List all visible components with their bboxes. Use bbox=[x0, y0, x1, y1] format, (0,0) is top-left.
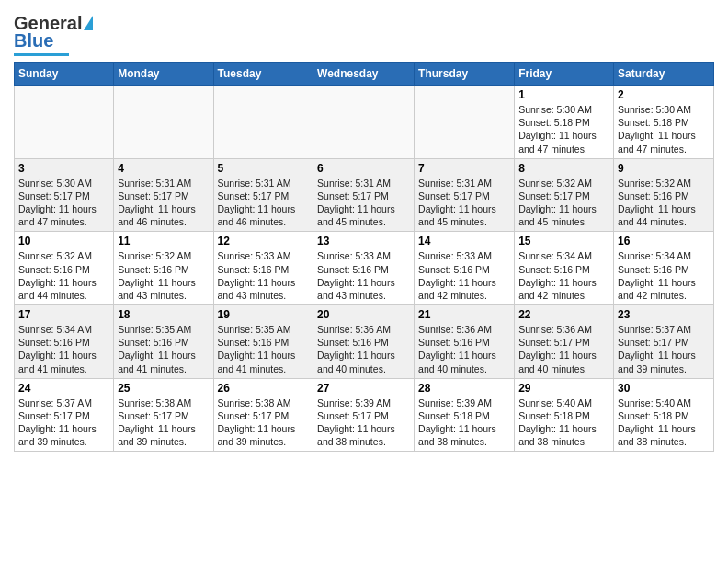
calendar-cell: 30Sunrise: 5:40 AM Sunset: 5:18 PM Dayli… bbox=[614, 378, 714, 452]
day-of-week-header: Sunday bbox=[15, 63, 114, 86]
day-info: Sunrise: 5:35 AM Sunset: 5:16 PM Dayligh… bbox=[118, 323, 209, 375]
day-of-week-header: Saturday bbox=[614, 63, 714, 86]
day-info: Sunrise: 5:40 AM Sunset: 5:18 PM Dayligh… bbox=[618, 396, 710, 449]
day-of-week-header: Friday bbox=[515, 63, 614, 86]
calendar-week-row: 17Sunrise: 5:34 AM Sunset: 5:16 PM Dayli… bbox=[15, 305, 714, 379]
logo-triangle-icon bbox=[84, 16, 93, 30]
calendar-body: 1Sunrise: 5:30 AM Sunset: 5:18 PM Daylig… bbox=[15, 86, 714, 452]
day-info: Sunrise: 5:36 AM Sunset: 5:17 PM Dayligh… bbox=[518, 323, 609, 375]
day-info: Sunrise: 5:34 AM Sunset: 5:16 PM Dayligh… bbox=[18, 323, 109, 375]
day-number: 13 bbox=[317, 235, 410, 247]
day-info: Sunrise: 5:33 AM Sunset: 5:16 PM Dayligh… bbox=[317, 249, 410, 302]
calendar-cell bbox=[415, 86, 515, 159]
day-number: 5 bbox=[218, 162, 310, 175]
calendar-cell: 1Sunrise: 5:30 AM Sunset: 5:18 PM Daylig… bbox=[515, 86, 614, 159]
calendar-cell: 26Sunrise: 5:38 AM Sunset: 5:17 PM Dayli… bbox=[213, 378, 313, 452]
day-number: 21 bbox=[418, 308, 510, 321]
calendar-cell: 28Sunrise: 5:39 AM Sunset: 5:18 PM Dayli… bbox=[415, 378, 515, 452]
calendar-cell: 19Sunrise: 5:35 AM Sunset: 5:16 PM Dayli… bbox=[213, 305, 313, 379]
calendar-week-row: 24Sunrise: 5:37 AM Sunset: 5:17 PM Dayli… bbox=[15, 378, 714, 452]
calendar-cell bbox=[15, 86, 114, 159]
calendar-cell: 17Sunrise: 5:34 AM Sunset: 5:16 PM Dayli… bbox=[15, 305, 114, 379]
calendar-cell: 4Sunrise: 5:31 AM Sunset: 5:17 PM Daylig… bbox=[114, 158, 213, 232]
calendar-cell: 14Sunrise: 5:33 AM Sunset: 5:16 PM Dayli… bbox=[415, 232, 515, 305]
day-number: 19 bbox=[218, 308, 310, 321]
calendar-cell: 6Sunrise: 5:31 AM Sunset: 5:17 PM Daylig… bbox=[313, 158, 415, 232]
calendar-cell: 3Sunrise: 5:30 AM Sunset: 5:17 PM Daylig… bbox=[15, 158, 114, 232]
day-number: 28 bbox=[418, 382, 510, 395]
day-number: 26 bbox=[218, 382, 310, 395]
calendar-cell: 24Sunrise: 5:37 AM Sunset: 5:17 PM Dayli… bbox=[15, 378, 114, 452]
calendar-cell: 18Sunrise: 5:35 AM Sunset: 5:16 PM Dayli… bbox=[114, 305, 213, 379]
day-number: 22 bbox=[518, 308, 609, 321]
calendar-cell: 9Sunrise: 5:32 AM Sunset: 5:16 PM Daylig… bbox=[614, 158, 714, 232]
calendar-cell: 2Sunrise: 5:30 AM Sunset: 5:18 PM Daylig… bbox=[614, 86, 714, 159]
day-of-week-header: Tuesday bbox=[213, 63, 313, 86]
day-info: Sunrise: 5:37 AM Sunset: 5:17 PM Dayligh… bbox=[618, 323, 710, 375]
logo-underline bbox=[14, 53, 69, 56]
calendar-cell: 27Sunrise: 5:39 AM Sunset: 5:17 PM Dayli… bbox=[313, 378, 415, 452]
day-number: 20 bbox=[317, 308, 410, 321]
calendar-cell: 5Sunrise: 5:31 AM Sunset: 5:17 PM Daylig… bbox=[213, 158, 313, 232]
day-of-week-header: Thursday bbox=[415, 63, 515, 86]
calendar-cell: 11Sunrise: 5:32 AM Sunset: 5:16 PM Dayli… bbox=[114, 232, 213, 305]
calendar-cell: 10Sunrise: 5:32 AM Sunset: 5:16 PM Dayli… bbox=[15, 232, 114, 305]
day-info: Sunrise: 5:31 AM Sunset: 5:17 PM Dayligh… bbox=[418, 177, 510, 229]
day-info: Sunrise: 5:33 AM Sunset: 5:16 PM Dayligh… bbox=[418, 249, 510, 302]
day-info: Sunrise: 5:36 AM Sunset: 5:16 PM Dayligh… bbox=[317, 323, 410, 375]
day-info: Sunrise: 5:31 AM Sunset: 5:17 PM Dayligh… bbox=[218, 177, 310, 229]
day-number: 17 bbox=[18, 308, 109, 321]
day-info: Sunrise: 5:35 AM Sunset: 5:16 PM Dayligh… bbox=[218, 323, 310, 375]
calendar-header: SundayMondayTuesdayWednesdayThursdayFrid… bbox=[15, 63, 714, 86]
day-number: 16 bbox=[618, 235, 710, 247]
calendar-cell: 20Sunrise: 5:36 AM Sunset: 5:16 PM Dayli… bbox=[313, 305, 415, 379]
day-info: Sunrise: 5:32 AM Sunset: 5:16 PM Dayligh… bbox=[618, 177, 710, 229]
day-number: 14 bbox=[418, 235, 510, 247]
day-number: 30 bbox=[618, 382, 710, 395]
page-header: General Blue bbox=[14, 9, 714, 56]
calendar-week-row: 3Sunrise: 5:30 AM Sunset: 5:17 PM Daylig… bbox=[15, 158, 714, 232]
day-number: 2 bbox=[618, 88, 710, 101]
day-number: 3 bbox=[18, 162, 109, 175]
calendar-cell: 29Sunrise: 5:40 AM Sunset: 5:18 PM Dayli… bbox=[515, 378, 614, 452]
calendar-cell: 22Sunrise: 5:36 AM Sunset: 5:17 PM Dayli… bbox=[515, 305, 614, 379]
day-number: 23 bbox=[618, 308, 710, 321]
calendar-week-row: 1Sunrise: 5:30 AM Sunset: 5:18 PM Daylig… bbox=[15, 86, 714, 159]
calendar-cell: 7Sunrise: 5:31 AM Sunset: 5:17 PM Daylig… bbox=[415, 158, 515, 232]
day-info: Sunrise: 5:30 AM Sunset: 5:18 PM Dayligh… bbox=[518, 103, 609, 155]
day-info: Sunrise: 5:31 AM Sunset: 5:17 PM Dayligh… bbox=[118, 177, 209, 229]
day-info: Sunrise: 5:34 AM Sunset: 5:16 PM Dayligh… bbox=[518, 249, 609, 302]
day-info: Sunrise: 5:32 AM Sunset: 5:16 PM Dayligh… bbox=[18, 249, 109, 302]
day-info: Sunrise: 5:34 AM Sunset: 5:16 PM Dayligh… bbox=[618, 249, 710, 302]
day-number: 15 bbox=[518, 235, 609, 247]
day-number: 10 bbox=[18, 235, 109, 247]
day-number: 11 bbox=[118, 235, 209, 247]
day-number: 12 bbox=[218, 235, 310, 247]
day-info: Sunrise: 5:31 AM Sunset: 5:17 PM Dayligh… bbox=[317, 177, 410, 229]
calendar-cell: 12Sunrise: 5:33 AM Sunset: 5:16 PM Dayli… bbox=[213, 232, 313, 305]
calendar-cell: 13Sunrise: 5:33 AM Sunset: 5:16 PM Dayli… bbox=[313, 232, 415, 305]
calendar-cell bbox=[213, 86, 313, 159]
calendar-cell: 21Sunrise: 5:36 AM Sunset: 5:16 PM Dayli… bbox=[415, 305, 515, 379]
day-of-week-header: Wednesday bbox=[313, 63, 415, 86]
calendar-cell: 25Sunrise: 5:38 AM Sunset: 5:17 PM Dayli… bbox=[114, 378, 213, 452]
day-number: 29 bbox=[518, 382, 609, 395]
day-number: 25 bbox=[118, 382, 209, 395]
calendar-cell bbox=[313, 86, 415, 159]
day-info: Sunrise: 5:38 AM Sunset: 5:17 PM Dayligh… bbox=[118, 396, 209, 449]
day-number: 6 bbox=[317, 162, 410, 175]
day-info: Sunrise: 5:36 AM Sunset: 5:16 PM Dayligh… bbox=[418, 323, 510, 375]
calendar-cell: 8Sunrise: 5:32 AM Sunset: 5:17 PM Daylig… bbox=[515, 158, 614, 232]
day-info: Sunrise: 5:30 AM Sunset: 5:17 PM Dayligh… bbox=[18, 177, 109, 229]
day-number: 4 bbox=[118, 162, 209, 175]
day-info: Sunrise: 5:37 AM Sunset: 5:17 PM Dayligh… bbox=[18, 396, 109, 449]
day-number: 7 bbox=[418, 162, 510, 175]
day-number: 8 bbox=[518, 162, 609, 175]
day-info: Sunrise: 5:40 AM Sunset: 5:18 PM Dayligh… bbox=[518, 396, 609, 449]
day-info: Sunrise: 5:32 AM Sunset: 5:16 PM Dayligh… bbox=[118, 249, 209, 302]
day-info: Sunrise: 5:39 AM Sunset: 5:18 PM Dayligh… bbox=[418, 396, 510, 449]
day-number: 24 bbox=[18, 382, 109, 395]
day-number: 18 bbox=[118, 308, 209, 321]
day-of-week-header: Monday bbox=[114, 63, 213, 86]
day-number: 1 bbox=[518, 88, 609, 101]
